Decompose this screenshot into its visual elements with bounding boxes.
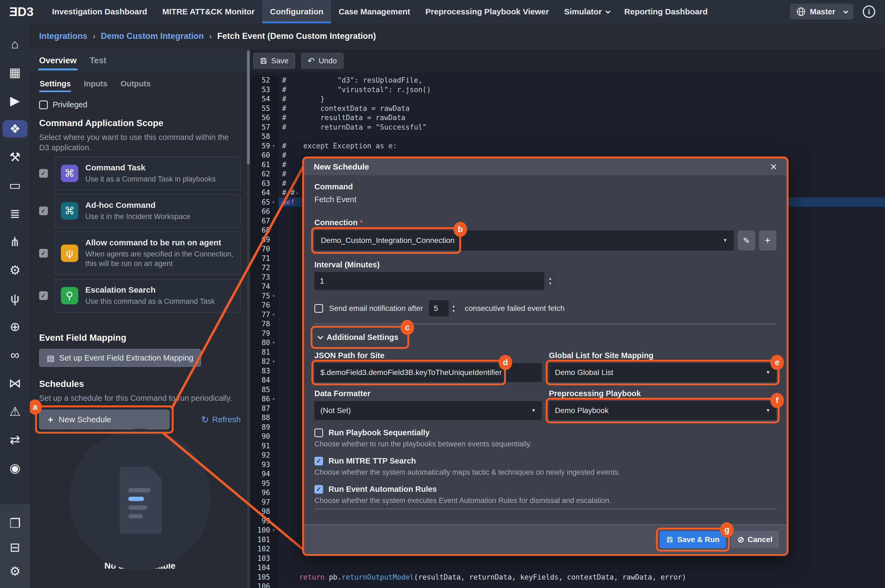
rail-utility-tools-icon[interactable]: ⚒ <box>0 143 30 171</box>
nav-item-simulator[interactable]: Simulator <box>556 0 616 23</box>
connection-dropdown[interactable]: Demo_Custom_Integration_Connection ▼ <box>314 230 734 250</box>
run-mitre-ttp-search-checkbox[interactable]: ✓ <box>314 457 323 465</box>
code-line-53[interactable]: 53# "virustotal": r.json() <box>250 85 885 94</box>
rail-contacts-folder-icon[interactable]: ⊟ <box>0 535 30 559</box>
additional-settings-toggle[interactable]: Additional Settings <box>314 328 405 347</box>
rail-partnership-handshake-icon[interactable]: ⋈ <box>0 369 30 397</box>
code-line-59[interactable]: 59▾# except Exception as e: <box>250 141 885 151</box>
breadcrumb-link-integrations[interactable]: Integrations <box>39 31 87 41</box>
allow-command-to-be-run-on-agent-checkbox[interactable]: ✓ <box>39 249 48 258</box>
settings-subtabs: SettingsInputsOutputs <box>39 75 241 92</box>
nav-item-case-management[interactable]: Case Management <box>331 0 418 23</box>
interval-value: 1 <box>314 277 544 286</box>
nav-item-investigation-dashboard[interactable]: Investigation Dashboard <box>44 0 154 23</box>
failed-fetch-count-input[interactable]: 5 ▲▼ <box>429 300 459 316</box>
global-list-dropdown[interactable]: Demo Global List ▼ <box>549 363 776 382</box>
command-task-card[interactable]: ⌘Command TaskUse it as a Command Task in… <box>54 156 241 190</box>
code-line-55[interactable]: 55# contextData = rawData <box>250 104 885 113</box>
pencil-icon: ✎ <box>743 236 750 245</box>
search-binoculars-icon: ∞ <box>10 348 20 362</box>
code-line-52[interactable]: 52# "d3": resUploadFile, <box>250 75 885 85</box>
subtab-settings[interactable]: Settings <box>39 75 71 92</box>
rail-agent-antenna-icon[interactable]: ψ <box>0 284 30 312</box>
rail-api-gear-icon[interactable]: ⚙ <box>0 256 30 284</box>
rail-geo-feed-icon[interactable]: ⊕ <box>0 312 30 341</box>
modal-footer: Save & Run g ⊘ Cancel <box>304 524 787 554</box>
nav-item-preprocessing-playbook-viewer[interactable]: Preprocessing Playbook Viewer <box>418 0 557 23</box>
code-line-54[interactable]: 54# } <box>250 94 885 104</box>
code-line-105[interactable]: 105 return pb.returnOutputModel(resultDa… <box>250 573 885 582</box>
ad-hoc-command-checkbox[interactable]: ✓ <box>39 207 48 215</box>
undo-icon: ↶ <box>308 56 315 66</box>
ad-hoc-command-card[interactable]: ⌘Ad-hoc CommandUse it in the Incident Wo… <box>54 194 241 228</box>
add-connection-button[interactable]: + <box>759 230 776 250</box>
cancel-button[interactable]: ⊘ Cancel <box>731 531 779 548</box>
line-number: 104 <box>253 563 270 573</box>
refresh-link[interactable]: ↻ Refresh <box>201 414 241 425</box>
subtab-inputs[interactable]: Inputs <box>83 75 108 92</box>
geo-feed-icon: ⊕ <box>10 319 20 334</box>
rail-integrations-puzzle-icon[interactable]: ❖ <box>0 115 30 143</box>
nav-item-configuration[interactable]: Configuration <box>262 0 331 23</box>
card-description: When agents are specified in the Connect… <box>86 249 234 268</box>
caret-down-icon: ▼ <box>766 408 770 413</box>
data-sync-icon: ⇄ <box>10 432 20 447</box>
save-button[interactable]: Save <box>253 53 295 69</box>
run-playbook-sequentially-checkbox[interactable] <box>314 429 323 437</box>
subtab-outputs[interactable]: Outputs <box>120 75 151 92</box>
panel-scrollbar[interactable] <box>247 49 250 588</box>
code-line-58[interactable]: 58 <box>250 132 885 141</box>
rail-settings-gear-icon[interactable]: ⚙ <box>0 559 30 583</box>
nav-item-reporting-dashboard[interactable]: Reporting Dashboard <box>617 0 716 23</box>
interval-label: Interval (Minutes) <box>314 260 776 269</box>
close-icon[interactable]: × <box>770 161 777 172</box>
rail-event-panel-icon[interactable]: ▭ <box>0 171 30 200</box>
rail-data-storage-icon[interactable]: ≣ <box>0 200 30 228</box>
rail-incident-report-icon[interactable]: ⚠ <box>0 397 30 426</box>
schedules-section: Schedules Set up a schedule for this Com… <box>39 379 241 429</box>
master-label: Master <box>810 8 836 16</box>
rail-investigation-board-icon[interactable]: ▦ <box>0 58 30 86</box>
rail-playbook-viewer-icon[interactable]: ▶ <box>0 86 30 115</box>
preprocessing-playbook-dropdown[interactable]: Demo Playbook ▼ <box>549 401 776 420</box>
data-formatter-dropdown[interactable]: (Not Set) ▼ <box>314 401 542 420</box>
card-title: Allow command to be run on agent <box>86 238 234 247</box>
command-task-checkbox[interactable]: ✓ <box>39 169 48 178</box>
code-line-57[interactable]: 57# returnData = "Successful" <box>250 123 885 132</box>
interval-input[interactable]: 1 ▲▼ <box>314 272 556 290</box>
rail-connections-graph-icon[interactable]: ⋔ <box>0 228 30 256</box>
code-line-104[interactable]: 104 <box>250 563 885 573</box>
allow-command-to-be-run-on-agent-card[interactable]: ψAllow command to be run on agentWhen ag… <box>54 231 241 275</box>
tab-overview[interactable]: Overview <box>39 49 76 72</box>
info-icon[interactable]: i <box>863 5 875 18</box>
escalation-search-card[interactable]: ⚲Escalation SearchUse this command as a … <box>54 279 241 312</box>
rail-data-sync-icon[interactable]: ⇄ <box>0 426 30 454</box>
master-site-selector[interactable]: Master <box>790 4 854 20</box>
json-path-input[interactable]: $.demoField3.demoField3B.keyToTheUniqueI… <box>314 363 542 382</box>
breadcrumb-separator: › <box>209 32 212 41</box>
rail-fingerprint-icon[interactable]: ◉ <box>0 454 30 482</box>
new-schedule-button[interactable]: + New Schedule <box>39 410 170 429</box>
rail-home-icon[interactable]: ⌂ <box>0 30 30 58</box>
run-on-agent-icon: ψ <box>61 244 78 262</box>
code-line-106[interactable]: 106 <box>250 582 885 588</box>
tab-test[interactable]: Test <box>90 49 106 72</box>
undo-button[interactable]: ↶ Undo <box>301 53 344 69</box>
nav-item-mitre-att-ck-monitor[interactable]: MITRE ATT&CK Monitor <box>155 0 262 23</box>
incident-report-icon: ⚠ <box>9 404 20 419</box>
card-description: Use this command as a Command Task <box>86 297 215 306</box>
setup-field-extraction-button[interactable]: ▤ Set up Event Field Extraction Mapping <box>39 349 201 367</box>
edit-connection-button[interactable]: ✎ <box>738 230 755 250</box>
breadcrumb-link-demo-custom-integration[interactable]: Demo Custom Integration <box>101 31 204 41</box>
email-notification-checkbox[interactable] <box>314 304 323 313</box>
save-and-run-button[interactable]: Save & Run <box>660 531 726 548</box>
caret-down-icon: ▼ <box>766 370 770 375</box>
code-line-56[interactable]: 56# resultData = rawData <box>250 113 885 123</box>
escalation-search-checkbox[interactable]: ✓ <box>39 291 48 300</box>
privileged-checkbox[interactable] <box>39 100 48 109</box>
run-event-automation-rules-checkbox[interactable]: ✓ <box>314 485 323 494</box>
rail-multi-window-icon[interactable]: ❐ <box>0 512 30 535</box>
rail-search-binoculars-icon[interactable]: ∞ <box>0 341 30 369</box>
interval-stepper[interactable]: ▲▼ <box>544 272 556 290</box>
failed-fetch-count-stepper[interactable]: ▲▼ <box>448 300 459 316</box>
